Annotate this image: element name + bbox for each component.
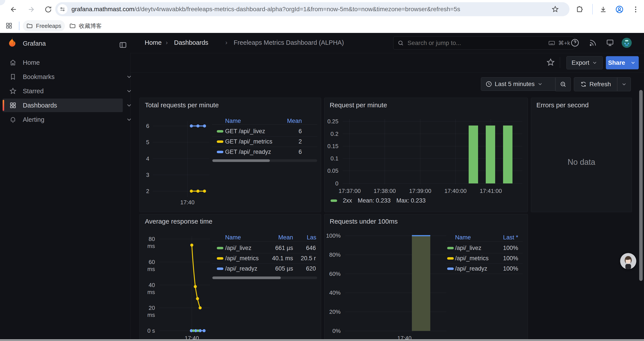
breadcrumb-home[interactable]: Home	[145, 39, 162, 46]
y-tick: 6	[140, 122, 149, 129]
legend-col-last[interactable]: Last *	[486, 234, 518, 241]
series-name[interactable]: /api/_livez	[455, 244, 481, 251]
series-swatch	[447, 247, 454, 249]
kiosk-monitor-icon[interactable]	[606, 39, 614, 47]
chevron-down-icon	[537, 81, 543, 87]
site-settings-icon[interactable]	[58, 4, 68, 14]
sidebar-item-dashboards[interactable]: Dashboards	[3, 99, 123, 112]
chevron-down-icon	[630, 60, 636, 66]
panel-errors-per-second[interactable]: Errors per second No data	[531, 98, 632, 212]
x-tick: 17:40	[174, 199, 200, 206]
bookmark-label: Freeleaps	[36, 23, 62, 30]
sidebar-item-label: Alerting	[23, 116, 44, 123]
page-scrollbar[interactable]	[639, 90, 643, 281]
sidebar-item-starred[interactable]: Starred	[3, 84, 123, 98]
series-name[interactable]: GET /api/_metrics	[225, 138, 272, 145]
series-name[interactable]: /api/_readyz	[225, 265, 257, 272]
series-name[interactable]: 2xx	[343, 197, 352, 204]
panel-total-requests[interactable]: Total requests per minute 6 5 4 3 2 17:4…	[140, 98, 321, 212]
bookmark-icon	[9, 73, 17, 81]
bell-icon	[9, 116, 17, 123]
news-rss-icon[interactable]	[589, 39, 597, 47]
sidebar-item-bookmarks[interactable]: Bookmarks	[3, 70, 123, 84]
share-button[interactable]: Share	[606, 56, 627, 69]
series-name[interactable]: /api/_livez	[225, 244, 252, 251]
share-dropdown-button[interactable]	[627, 56, 639, 69]
y-tick: 80%	[324, 251, 341, 258]
panel-request-per-minute[interactable]: Request per minute 0.25 0.2 0.15 0.1 0.0…	[324, 98, 528, 212]
legend-col-mean[interactable]: Mean	[258, 234, 293, 241]
favorite-star-icon[interactable]	[546, 58, 555, 67]
sidebar-item-home[interactable]: Home	[3, 56, 123, 69]
series-mean: 661 µs	[254, 244, 293, 251]
download-icon[interactable]	[599, 6, 607, 14]
refresh-button[interactable]: Refresh	[574, 77, 617, 91]
url-bar[interactable]: grafana.mathmast.com/d/deytv4rwavabkb/fr…	[55, 2, 570, 16]
zoom-out-button[interactable]	[556, 77, 571, 91]
sidebar: Home Bookmarks Starred Dashboards Alerti…	[0, 33, 130, 341]
y-tick: 40%	[324, 289, 341, 296]
series-name[interactable]: /api/_metrics	[455, 255, 488, 262]
legend-scrollbar[interactable]	[212, 276, 317, 279]
legend-separator	[446, 274, 523, 274]
breadcrumb-dashboards[interactable]: Dashboards	[174, 39, 208, 46]
panel-avg-response-time[interactable]: Average response time 80 ms 60 ms 40 ms …	[140, 214, 321, 341]
series-swatch	[217, 140, 223, 143]
chevron-down-icon[interactable]	[126, 88, 132, 94]
refresh-interval-dropdown[interactable]	[617, 77, 631, 91]
y-tick: 100%	[324, 232, 341, 239]
share-label: Share	[608, 59, 625, 66]
browser-menu-icon[interactable]	[632, 6, 640, 14]
search-box[interactable]: ⌘+k	[393, 37, 574, 50]
chevron-down-icon[interactable]	[126, 74, 132, 80]
series-last: 100%	[486, 244, 518, 251]
sidebar-toggle-icon[interactable]	[119, 41, 127, 49]
extensions-icon[interactable]	[576, 6, 584, 14]
zoom-out-icon	[560, 81, 566, 88]
forward-icon[interactable]	[27, 6, 35, 14]
series-name[interactable]: GET /api/_livez	[225, 128, 265, 135]
panel-requests-under-100ms[interactable]: Requests under 100ms 100% 80% 60% 40% 20…	[324, 214, 528, 341]
legend-separator	[212, 124, 317, 125]
legend-col-name[interactable]: Name	[455, 234, 471, 241]
reload-icon[interactable]	[44, 6, 52, 14]
y-tick: 40 ms	[140, 281, 155, 295]
time-range-label: Last 5 minutes	[495, 81, 534, 88]
floating-assistant-avatar[interactable]	[620, 253, 636, 269]
legend-col-mean[interactable]: Mean	[271, 117, 302, 124]
legend-col-last[interactable]: Las	[294, 234, 316, 241]
bookmark-folder-blogs[interactable]: 收藏博客	[66, 20, 105, 32]
star-icon	[9, 87, 17, 95]
legend-col-name[interactable]: Name	[225, 117, 241, 124]
bookmark-folder-freeleaps[interactable]: Freeleaps	[23, 20, 65, 32]
series-max: Max: 0.233	[396, 197, 426, 204]
grafana-logo[interactable]	[6, 37, 18, 49]
legend-row[interactable]: 2xx Mean: 0.233 Max: 0.233	[330, 197, 426, 204]
legend-col-name[interactable]: Name	[225, 234, 241, 241]
series-last: 100%	[486, 265, 518, 272]
chevron-down-icon[interactable]	[126, 102, 132, 109]
series-name[interactable]: /api/_readyz	[455, 265, 487, 272]
bookmarks-bar: Freeleaps 收藏博客	[0, 19, 644, 33]
user-avatar[interactable]	[621, 37, 632, 48]
series-name[interactable]: GET /api/_readyz	[225, 148, 271, 155]
actions-divider	[560, 57, 560, 68]
search-input[interactable]	[407, 39, 545, 47]
series-last: 20.5 r	[293, 255, 316, 262]
export-button[interactable]: Export	[566, 56, 603, 69]
apps-grid-icon[interactable]	[5, 22, 13, 30]
bookmark-star-icon[interactable]	[552, 6, 559, 13]
chevron-down-icon[interactable]	[126, 116, 132, 123]
y-tick: 60 ms	[140, 258, 155, 272]
panel-title: Errors per second	[536, 101, 588, 109]
back-icon[interactable]	[10, 6, 18, 14]
profile-icon[interactable]	[615, 5, 624, 14]
y-tick: 0 s	[140, 327, 155, 334]
time-range-picker[interactable]: Last 5 minutes	[481, 77, 556, 91]
sidebar-item-alerting[interactable]: Alerting	[3, 113, 123, 126]
refresh-icon	[580, 81, 587, 88]
legend-scrollbar[interactable]	[212, 159, 317, 162]
help-icon[interactable]	[570, 38, 580, 47]
legend-separator	[212, 241, 317, 242]
search-icon	[398, 40, 404, 46]
